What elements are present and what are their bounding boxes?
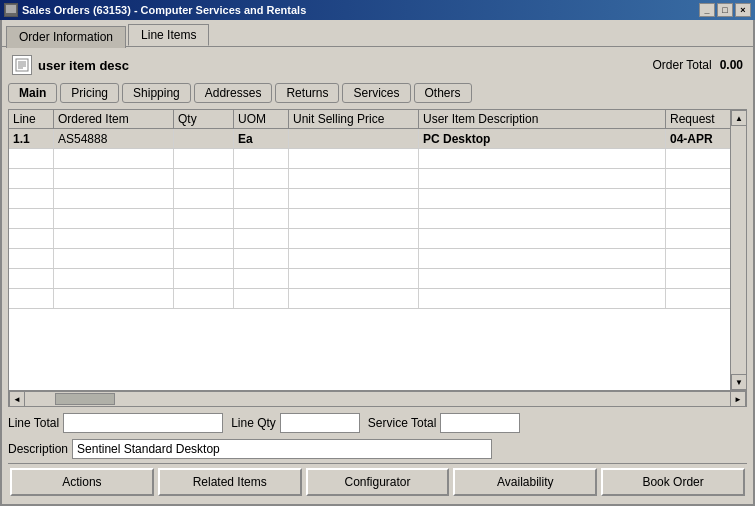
- table-cell: [9, 269, 54, 288]
- table-cell: [9, 209, 54, 228]
- table-cell: [54, 229, 174, 248]
- button-bar: Actions Related Items Configurator Avail…: [8, 463, 747, 498]
- table-cell: Ea: [234, 129, 289, 148]
- table-cell: [234, 249, 289, 268]
- subtab-others[interactable]: Others: [414, 83, 472, 103]
- table-cell: [174, 249, 234, 268]
- document-icon: [12, 55, 32, 75]
- main-tab-bar: Order Information Line Items: [2, 20, 753, 46]
- table-cell: [419, 289, 666, 308]
- table-cell: [289, 269, 419, 288]
- table-cell: [234, 189, 289, 208]
- table-row[interactable]: [9, 269, 746, 289]
- table-cell: [174, 229, 234, 248]
- service-total-group: Service Total: [368, 413, 520, 433]
- subtab-shipping[interactable]: Shipping: [122, 83, 191, 103]
- scroll-right-button[interactable]: ►: [730, 391, 746, 407]
- scroll-up-button[interactable]: ▲: [731, 110, 747, 126]
- table-row[interactable]: 1.1AS54888EaPC Desktop04-APR: [9, 129, 746, 149]
- line-qty-group: Line Qty: [231, 413, 360, 433]
- line-qty-input[interactable]: [280, 413, 360, 433]
- service-total-label: Service Total: [368, 416, 436, 430]
- table-row[interactable]: [9, 249, 746, 269]
- table-cell: [234, 209, 289, 228]
- table-cell: [234, 289, 289, 308]
- subtab-main[interactable]: Main: [8, 83, 57, 103]
- table-row[interactable]: [9, 229, 746, 249]
- table-cell: [174, 269, 234, 288]
- table-cell: [289, 289, 419, 308]
- table-cell: [174, 149, 234, 168]
- col-header-unit-selling-price: Unit Selling Price: [289, 110, 419, 128]
- description-input[interactable]: [72, 439, 492, 459]
- col-header-qty: Qty: [174, 110, 234, 128]
- svg-rect-1: [6, 5, 16, 13]
- table-cell: [419, 229, 666, 248]
- table-row[interactable]: [9, 189, 746, 209]
- availability-button[interactable]: Availability: [453, 468, 597, 496]
- table-cell: [289, 189, 419, 208]
- main-window: Order Information Line Items user item d…: [0, 20, 755, 506]
- horizontal-scrollbar[interactable]: ◄ ►: [8, 391, 747, 407]
- table-row[interactable]: [9, 209, 746, 229]
- table-cell: [234, 169, 289, 188]
- col-header-user-item-desc: User Item Description: [419, 110, 666, 128]
- table-row[interactable]: [9, 149, 746, 169]
- table-body: 1.1AS54888EaPC Desktop04-APR: [9, 129, 746, 387]
- table-cell: [289, 229, 419, 248]
- col-header-uom: UOM: [234, 110, 289, 128]
- scroll-down-button[interactable]: ▼: [731, 374, 747, 390]
- table-cell: [54, 169, 174, 188]
- table-cell: [54, 149, 174, 168]
- table-cell: [174, 129, 234, 148]
- order-total-value: 0.00: [720, 58, 743, 72]
- table-cell: [9, 169, 54, 188]
- table-cell: [289, 249, 419, 268]
- subtab-addresses[interactable]: Addresses: [194, 83, 273, 103]
- table-cell: [289, 169, 419, 188]
- related-items-button[interactable]: Related Items: [158, 468, 302, 496]
- table-cell: [419, 249, 666, 268]
- table-cell: AS54888: [54, 129, 174, 148]
- table-cell: [54, 209, 174, 228]
- subtab-pricing[interactable]: Pricing: [60, 83, 119, 103]
- table-cell: [289, 129, 419, 148]
- configurator-button[interactable]: Configurator: [306, 468, 450, 496]
- table-cell: [419, 189, 666, 208]
- window-controls: _ □ ×: [699, 3, 751, 17]
- content-area: user item desc Order Total 0.00 Main Pri…: [2, 46, 753, 504]
- table-cell: [9, 149, 54, 168]
- close-button[interactable]: ×: [735, 3, 751, 17]
- table-cell: [174, 209, 234, 228]
- table-wrapper: Line Ordered Item Qty UOM Unit Selling P…: [8, 109, 747, 407]
- tab-order-information[interactable]: Order Information: [6, 26, 126, 48]
- line-total-group: Line Total: [8, 413, 223, 433]
- table-cell: [419, 169, 666, 188]
- description-label: Description: [8, 442, 68, 456]
- vertical-scrollbar[interactable]: ▲ ▼: [730, 110, 746, 390]
- minimize-button[interactable]: _: [699, 3, 715, 17]
- scroll-left-button[interactable]: ◄: [9, 391, 25, 407]
- maximize-button[interactable]: □: [717, 3, 733, 17]
- table-cell: [289, 209, 419, 228]
- scroll-track-v: [731, 126, 746, 374]
- svg-rect-2: [16, 59, 28, 71]
- subtab-services[interactable]: Services: [342, 83, 410, 103]
- table-row[interactable]: [9, 169, 746, 189]
- table-row[interactable]: [9, 289, 746, 309]
- order-total-label: Order Total: [653, 58, 712, 72]
- subtab-returns[interactable]: Returns: [275, 83, 339, 103]
- table-cell: [54, 189, 174, 208]
- app-icon: [4, 3, 18, 17]
- book-order-button[interactable]: Book Order: [601, 468, 745, 496]
- order-total-area: Order Total 0.00: [653, 58, 744, 72]
- scroll-track-h: [25, 393, 730, 405]
- scroll-thumb-h[interactable]: [55, 393, 115, 405]
- actions-button[interactable]: Actions: [10, 468, 154, 496]
- line-total-input[interactable]: [63, 413, 223, 433]
- service-total-input[interactable]: [440, 413, 520, 433]
- table-cell: [9, 189, 54, 208]
- tab-line-items[interactable]: Line Items: [128, 24, 209, 46]
- header-row: user item desc Order Total 0.00: [8, 53, 747, 77]
- table-container: Line Ordered Item Qty UOM Unit Selling P…: [8, 109, 747, 391]
